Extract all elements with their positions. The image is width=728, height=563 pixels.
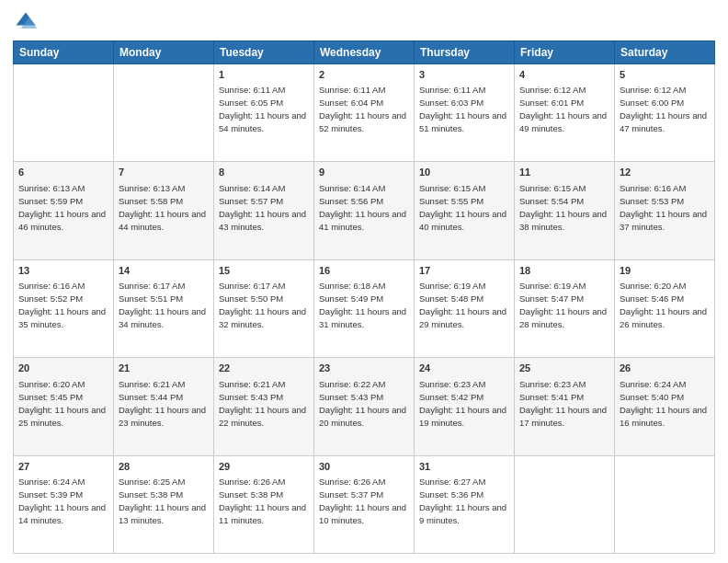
- day-info: Sunrise: 6:15 AM Sunset: 5:54 PM Dayligh…: [519, 183, 607, 232]
- calendar-cell: 9Sunrise: 6:14 AM Sunset: 5:56 PM Daylig…: [314, 162, 415, 259]
- calendar-cell: 11Sunrise: 6:15 AM Sunset: 5:54 PM Dayli…: [515, 162, 615, 259]
- calendar-cell: 8Sunrise: 6:14 AM Sunset: 5:57 PM Daylig…: [214, 162, 314, 259]
- calendar-cell: 29Sunrise: 6:26 AM Sunset: 5:38 PM Dayli…: [214, 455, 314, 553]
- day-number: 12: [620, 166, 710, 179]
- day-number: 30: [319, 460, 409, 474]
- day-info: Sunrise: 6:25 AM Sunset: 5:38 PM Dayligh…: [119, 477, 206, 525]
- day-info: Sunrise: 6:27 AM Sunset: 5:36 PM Dayligh…: [419, 477, 506, 525]
- calendar-cell: 1Sunrise: 6:11 AM Sunset: 6:05 PM Daylig…: [214, 64, 314, 162]
- calendar-cell: 4Sunrise: 6:12 AM Sunset: 6:01 PM Daylig…: [515, 64, 615, 162]
- calendar-cell: [114, 64, 214, 162]
- calendar-cell: 17Sunrise: 6:19 AM Sunset: 5:48 PM Dayli…: [415, 259, 515, 357]
- day-info: Sunrise: 6:17 AM Sunset: 5:51 PM Dayligh…: [119, 281, 206, 329]
- day-info: Sunrise: 6:20 AM Sunset: 5:46 PM Dayligh…: [620, 281, 707, 329]
- day-info: Sunrise: 6:14 AM Sunset: 5:57 PM Dayligh…: [219, 183, 306, 232]
- day-info: Sunrise: 6:11 AM Sunset: 6:04 PM Dayligh…: [319, 85, 406, 133]
- day-number: 24: [419, 362, 509, 375]
- day-number: 14: [119, 264, 209, 278]
- col-header-sunday: Sunday: [14, 41, 114, 64]
- calendar-cell: 3Sunrise: 6:11 AM Sunset: 6:03 PM Daylig…: [415, 64, 515, 162]
- calendar-cell: [14, 64, 114, 162]
- day-info: Sunrise: 6:18 AM Sunset: 5:49 PM Dayligh…: [319, 281, 406, 329]
- day-number: 13: [18, 264, 108, 278]
- day-info: Sunrise: 6:16 AM Sunset: 5:52 PM Dayligh…: [18, 281, 106, 329]
- day-info: Sunrise: 6:19 AM Sunset: 5:47 PM Dayligh…: [519, 281, 607, 329]
- day-info: Sunrise: 6:24 AM Sunset: 5:40 PM Dayligh…: [620, 379, 707, 428]
- day-number: 15: [219, 264, 309, 278]
- calendar-table: SundayMondayTuesdayWednesdayThursdayFrid…: [13, 40, 715, 554]
- day-info: Sunrise: 6:13 AM Sunset: 5:59 PM Dayligh…: [18, 183, 106, 232]
- day-number: 6: [18, 166, 108, 179]
- day-number: 3: [419, 68, 509, 82]
- calendar-cell: 24Sunrise: 6:23 AM Sunset: 5:42 PM Dayli…: [415, 358, 515, 455]
- calendar-cell: 20Sunrise: 6:20 AM Sunset: 5:45 PM Dayli…: [14, 358, 114, 455]
- day-info: Sunrise: 6:12 AM Sunset: 6:01 PM Dayligh…: [519, 85, 607, 133]
- day-number: 22: [219, 362, 309, 375]
- col-header-wednesday: Wednesday: [314, 41, 415, 64]
- day-number: 20: [18, 362, 108, 375]
- col-header-thursday: Thursday: [415, 41, 515, 64]
- calendar-cell: 21Sunrise: 6:21 AM Sunset: 5:44 PM Dayli…: [114, 358, 214, 455]
- day-number: 31: [419, 460, 509, 474]
- day-number: 16: [319, 264, 409, 278]
- day-number: 2: [319, 68, 409, 82]
- day-number: 10: [419, 166, 509, 179]
- col-header-saturday: Saturday: [615, 41, 715, 64]
- calendar-cell: [515, 455, 615, 553]
- day-info: Sunrise: 6:24 AM Sunset: 5:39 PM Dayligh…: [18, 477, 106, 525]
- day-number: 25: [519, 362, 609, 375]
- col-header-friday: Friday: [515, 41, 615, 64]
- calendar-cell: [615, 455, 715, 553]
- day-info: Sunrise: 6:11 AM Sunset: 6:05 PM Dayligh…: [219, 85, 306, 133]
- calendar-cell: 2Sunrise: 6:11 AM Sunset: 6:04 PM Daylig…: [314, 64, 415, 162]
- col-header-tuesday: Tuesday: [214, 41, 314, 64]
- day-number: 1: [219, 68, 309, 82]
- day-info: Sunrise: 6:19 AM Sunset: 5:48 PM Dayligh…: [419, 281, 506, 329]
- calendar-cell: 14Sunrise: 6:17 AM Sunset: 5:51 PM Dayli…: [114, 259, 214, 357]
- calendar-cell: 26Sunrise: 6:24 AM Sunset: 5:40 PM Dayli…: [615, 358, 715, 455]
- day-info: Sunrise: 6:13 AM Sunset: 5:58 PM Dayligh…: [119, 183, 206, 232]
- day-info: Sunrise: 6:26 AM Sunset: 5:37 PM Dayligh…: [319, 477, 406, 525]
- day-number: 5: [620, 68, 710, 82]
- col-header-monday: Monday: [114, 41, 214, 64]
- day-number: 8: [219, 166, 309, 179]
- day-info: Sunrise: 6:20 AM Sunset: 5:45 PM Dayligh…: [18, 379, 106, 428]
- day-info: Sunrise: 6:21 AM Sunset: 5:43 PM Dayligh…: [219, 379, 306, 428]
- calendar-cell: 16Sunrise: 6:18 AM Sunset: 5:49 PM Dayli…: [314, 259, 415, 357]
- calendar-cell: 30Sunrise: 6:26 AM Sunset: 5:37 PM Dayli…: [314, 455, 415, 553]
- day-info: Sunrise: 6:11 AM Sunset: 6:03 PM Dayligh…: [419, 85, 506, 133]
- day-number: 19: [620, 264, 710, 278]
- page: SundayMondayTuesdayWednesdayThursdayFrid…: [0, 0, 728, 563]
- day-number: 29: [219, 460, 309, 474]
- header: [13, 9, 715, 35]
- day-number: 23: [319, 362, 409, 375]
- calendar-cell: 10Sunrise: 6:15 AM Sunset: 5:55 PM Dayli…: [415, 162, 515, 259]
- calendar-week-3: 13Sunrise: 6:16 AM Sunset: 5:52 PM Dayli…: [14, 259, 715, 357]
- calendar-cell: 28Sunrise: 6:25 AM Sunset: 5:38 PM Dayli…: [114, 455, 214, 553]
- day-info: Sunrise: 6:17 AM Sunset: 5:50 PM Dayligh…: [219, 281, 306, 329]
- day-number: 4: [519, 68, 609, 82]
- calendar-week-5: 27Sunrise: 6:24 AM Sunset: 5:39 PM Dayli…: [14, 455, 715, 553]
- day-info: Sunrise: 6:22 AM Sunset: 5:43 PM Dayligh…: [319, 379, 406, 428]
- calendar-cell: 25Sunrise: 6:23 AM Sunset: 5:41 PM Dayli…: [515, 358, 615, 455]
- logo-icon: [13, 9, 39, 35]
- day-number: 11: [519, 166, 609, 179]
- day-number: 7: [119, 166, 209, 179]
- calendar-cell: 7Sunrise: 6:13 AM Sunset: 5:58 PM Daylig…: [114, 162, 214, 259]
- calendar-week-2: 6Sunrise: 6:13 AM Sunset: 5:59 PM Daylig…: [14, 162, 715, 259]
- day-info: Sunrise: 6:23 AM Sunset: 5:42 PM Dayligh…: [419, 379, 506, 428]
- day-info: Sunrise: 6:12 AM Sunset: 6:00 PM Dayligh…: [620, 85, 707, 133]
- day-info: Sunrise: 6:15 AM Sunset: 5:55 PM Dayligh…: [419, 183, 506, 232]
- day-info: Sunrise: 6:26 AM Sunset: 5:38 PM Dayligh…: [219, 477, 306, 525]
- day-info: Sunrise: 6:21 AM Sunset: 5:44 PM Dayligh…: [119, 379, 206, 428]
- calendar-cell: 15Sunrise: 6:17 AM Sunset: 5:50 PM Dayli…: [214, 259, 314, 357]
- calendar-cell: 5Sunrise: 6:12 AM Sunset: 6:00 PM Daylig…: [615, 64, 715, 162]
- calendar-week-4: 20Sunrise: 6:20 AM Sunset: 5:45 PM Dayli…: [14, 358, 715, 455]
- calendar-cell: 23Sunrise: 6:22 AM Sunset: 5:43 PM Dayli…: [314, 358, 415, 455]
- calendar-cell: 22Sunrise: 6:21 AM Sunset: 5:43 PM Dayli…: [214, 358, 314, 455]
- day-number: 21: [119, 362, 209, 375]
- calendar-cell: 6Sunrise: 6:13 AM Sunset: 5:59 PM Daylig…: [14, 162, 114, 259]
- calendar-cell: 13Sunrise: 6:16 AM Sunset: 5:52 PM Dayli…: [14, 259, 114, 357]
- day-info: Sunrise: 6:16 AM Sunset: 5:53 PM Dayligh…: [620, 183, 707, 232]
- day-number: 17: [419, 264, 509, 278]
